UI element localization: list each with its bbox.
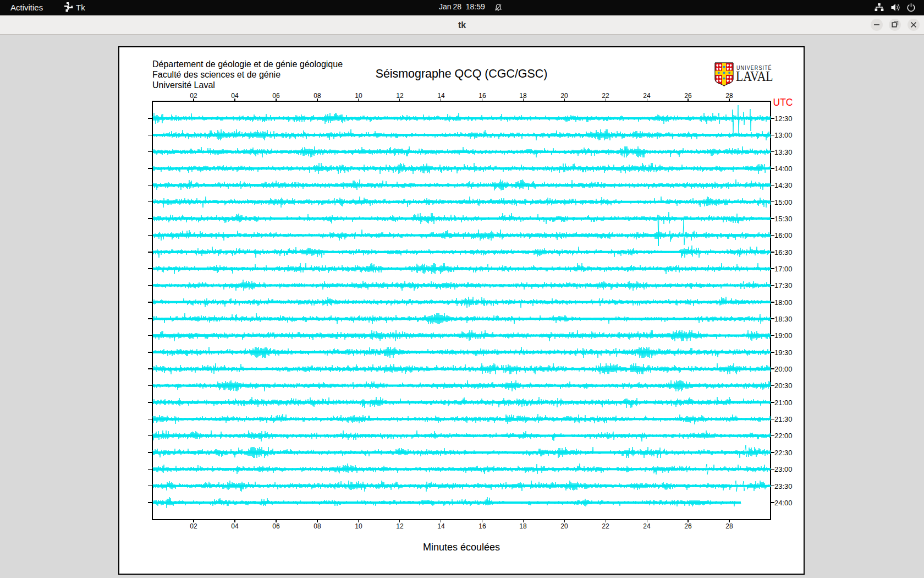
svg-text:LAVAL: LAVAL	[736, 69, 773, 84]
